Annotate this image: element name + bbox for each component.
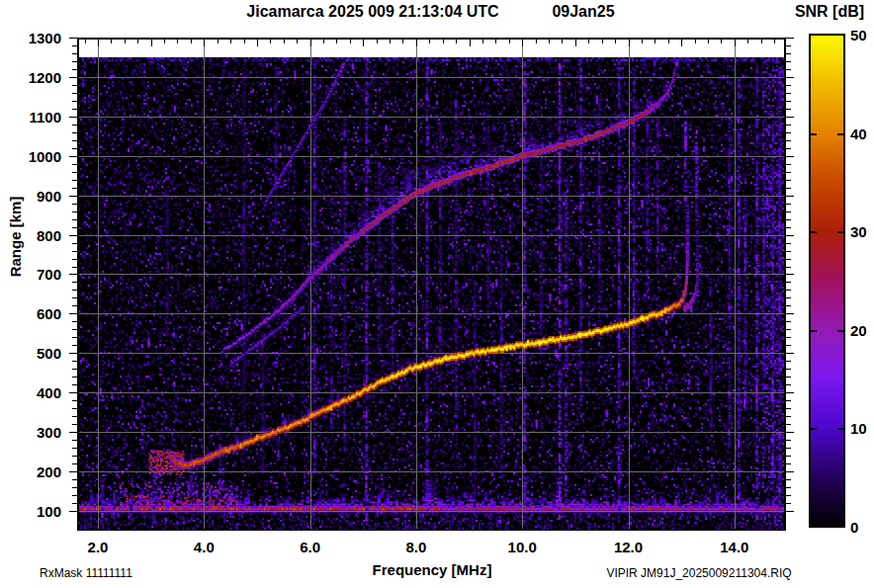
plot-title: Jicamarca 2025 009 21:13:04 UTC xyxy=(246,3,498,21)
y-tick-mark xyxy=(786,211,791,212)
colorbar-tick-label: 0 xyxy=(850,520,858,535)
y-tick-mark xyxy=(69,432,77,433)
colorbar-tick-label: 10 xyxy=(850,421,867,436)
y-tick-mark xyxy=(786,471,794,472)
x-tick-label: 8.0 xyxy=(405,540,426,554)
y-tick-label: 800 xyxy=(37,227,61,242)
y-tick-mark xyxy=(69,235,77,236)
y-tick-mark xyxy=(69,471,77,472)
y-tick-label: 500 xyxy=(37,346,61,361)
y-tick-label: 600 xyxy=(37,306,61,321)
y-tick-mark xyxy=(786,196,794,197)
x-tick-label: 12.0 xyxy=(614,540,643,554)
y-tick-mark xyxy=(786,61,791,62)
y-tick-mark xyxy=(786,140,791,141)
y-tick-label: 700 xyxy=(37,267,61,282)
y-tick-mark xyxy=(786,219,791,220)
y-tick-mark xyxy=(786,156,794,157)
y-tick-mark xyxy=(69,196,77,197)
x-axis-label: Frequency [MHz] xyxy=(373,562,492,577)
y-tick-mark xyxy=(786,345,791,346)
y-tick-mark xyxy=(786,125,791,126)
y-tick-mark xyxy=(786,503,791,504)
ionogram-heatmap xyxy=(77,38,786,531)
y-tick-mark xyxy=(69,353,77,354)
y-tick-mark xyxy=(786,101,791,102)
y-tick-mark xyxy=(786,188,791,189)
y-tick-mark xyxy=(786,45,791,46)
y-tick-label: 300 xyxy=(37,425,61,440)
y-tick-mark xyxy=(786,416,791,417)
y-tick-mark xyxy=(786,432,794,433)
y-tick-mark xyxy=(786,282,791,283)
colorbar-tick-label: 50 xyxy=(850,28,867,42)
y-tick-mark xyxy=(786,251,791,252)
x-tick-label: 10.0 xyxy=(508,540,537,554)
y-tick-mark xyxy=(786,117,794,118)
y-tick-label: 200 xyxy=(37,464,61,479)
y-tick-label: 400 xyxy=(37,385,61,400)
y-tick-mark xyxy=(786,259,791,260)
y-tick-mark xyxy=(69,38,77,39)
y-tick-mark xyxy=(786,180,791,181)
y-tick-mark xyxy=(69,77,77,78)
y-tick-mark xyxy=(786,53,791,54)
y-tick-mark xyxy=(69,392,77,393)
y-tick-mark xyxy=(786,361,791,362)
y-tick-mark xyxy=(786,479,791,480)
y-tick-mark xyxy=(786,448,791,449)
x-tick-label: 4.0 xyxy=(194,540,215,554)
colorbar-tick-label: 30 xyxy=(850,224,867,239)
y-tick-mark xyxy=(786,235,794,236)
y-tick-mark xyxy=(786,290,791,291)
colorbar-tick-labels: 01020304050 xyxy=(850,0,874,588)
y-tick-mark xyxy=(786,204,791,205)
y-tick-mark xyxy=(786,456,791,457)
y-tick-mark xyxy=(786,274,794,275)
colorbar-gradient xyxy=(809,34,845,528)
y-tick-mark xyxy=(786,400,791,401)
y-tick-mark xyxy=(786,243,791,244)
y-tick-mark xyxy=(786,337,791,338)
x-tick-label: 14.0 xyxy=(720,540,748,554)
ionogram-page: { "header": { "title": "Jicamarca 2025 0… xyxy=(0,0,874,588)
x-tick-label: 6.0 xyxy=(300,540,320,554)
y-tick-mark xyxy=(786,440,791,441)
y-tick-mark xyxy=(786,384,791,385)
y-tick-mark xyxy=(786,369,791,370)
y-tick-label: 100 xyxy=(37,504,61,519)
file-label: VIPIR JM91J_2025009211304.RIQ xyxy=(606,566,791,580)
y-tick-mark xyxy=(786,69,791,70)
y-tick-mark xyxy=(786,77,794,78)
plot-date: 09Jan25 xyxy=(552,3,614,21)
y-tick-mark xyxy=(786,321,791,322)
y-tick-labels: 1002003004005006007008009001000110012001… xyxy=(0,0,61,588)
y-tick-mark xyxy=(786,93,791,94)
x-tick-label: 2.0 xyxy=(88,540,109,554)
y-tick-mark xyxy=(786,164,791,165)
y-tick-mark xyxy=(786,148,791,149)
y-tick-label: 900 xyxy=(37,188,61,203)
y-tick-mark xyxy=(786,38,794,39)
y-tick-label: 1200 xyxy=(29,69,61,84)
y-tick-mark xyxy=(69,313,77,314)
y-tick-mark xyxy=(786,172,791,173)
y-tick-mark xyxy=(69,511,77,512)
y-tick-mark xyxy=(786,495,791,496)
colorbar-tick-label: 20 xyxy=(850,322,867,337)
y-tick-mark xyxy=(69,156,77,157)
y-tick-mark xyxy=(786,408,791,409)
colorbar-tick-label: 40 xyxy=(850,126,867,140)
y-tick-mark xyxy=(786,463,791,464)
y-tick-mark xyxy=(786,297,791,298)
y-tick-mark xyxy=(786,109,791,110)
y-tick-label: 1100 xyxy=(29,109,61,124)
y-tick-mark xyxy=(786,487,791,488)
y-tick-mark xyxy=(786,132,791,133)
y-tick-mark xyxy=(786,267,791,268)
y-tick-label: 1000 xyxy=(29,148,61,163)
y-tick-mark xyxy=(786,377,791,378)
x-tick-labels: 2.04.06.08.010.012.014.0 xyxy=(0,540,874,557)
y-tick-label: 1300 xyxy=(29,30,61,44)
y-tick-mark xyxy=(786,424,791,425)
